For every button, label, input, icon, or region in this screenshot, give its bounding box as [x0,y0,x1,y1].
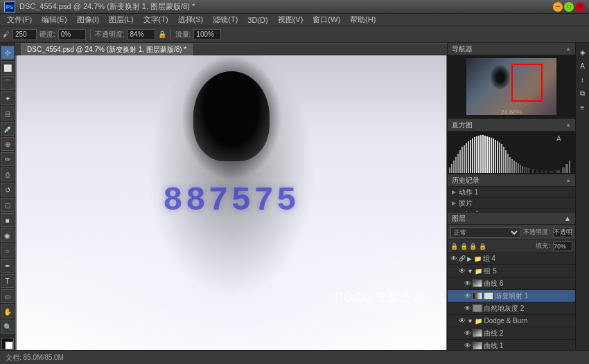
sidebar-icon-5[interactable]: ≡ [577,101,589,113]
maximize-button[interactable]: □ [564,2,574,12]
lasso-tool[interactable]: ⌒ [1,76,15,90]
crop-tool[interactable]: ⌸ [1,107,15,120]
menu-edit[interactable]: 编辑(E) [37,14,71,26]
blur-tool[interactable]: ◉ [1,228,15,242]
menu-layer[interactable]: 图层(L) [105,14,137,26]
svg-rect-23 [497,141,498,173]
hi-arrow-2: ▶ [452,200,456,206]
svg-rect-26 [503,147,504,173]
minimize-button[interactable]: ─ [553,2,563,12]
layer-curve1[interactable]: 👁 曲线 1 [448,340,575,350]
sidebar-icon-2[interactable]: A [577,60,589,72]
layer-gradient1[interactable]: 👁 渐变填射 1 [448,290,575,302]
text-tool[interactable]: T [1,274,15,288]
svg-rect-47 [569,161,570,173]
main-area: ✣ ⬜ ⌒ ✦ ⌸ 💉 ⊕ ✏ ⎙ ↺ ◻ ■ ◉ ○ ✒ T ▭ ✋ 🔍 DS… [0,43,589,350]
history-item-film[interactable]: ▶ 胶片 [448,198,575,209]
heal-tool[interactable]: ⊕ [1,137,15,151]
hand-tool[interactable]: ✋ [1,304,15,318]
ps-logo: Ps [4,1,15,12]
dodge-tool[interactable]: ○ [1,244,15,257]
svg-rect-33 [518,163,519,173]
menu-image[interactable]: 图像(I) [73,14,103,26]
thumb-natural [473,304,482,312]
layer-group4[interactable]: 👁 🔗 ▶ 📁 组 4 [448,253,575,265]
background-color[interactable] [5,341,13,349]
layer-group5[interactable]: 👁 ▼ 📁 组 5 [448,265,575,277]
hi-label-action: 动作 1 [459,188,478,197]
eye-icon-g4: 👁 [450,255,457,262]
sidebar-icon-3[interactable]: ↕ [577,73,589,86]
hardness-input[interactable] [58,29,86,40]
svg-rect-6 [461,147,463,173]
menu-select[interactable]: 选择(S) [174,14,208,26]
menu-help[interactable]: 帮助(H) [346,14,380,26]
clone-tool[interactable]: ⎙ [1,167,15,181]
nav-thumb-image [466,58,556,115]
svg-rect-25 [501,144,502,173]
svg-rect-20 [491,138,492,173]
sidebar-icon-1[interactable]: ◈ [577,46,589,58]
canvas-tab-label[interactable]: DSC_4554.psd @ 24.7% (新变换射 1, 图层蒙版/8) * [21,44,193,55]
close-button[interactable]: ✕ [575,2,585,12]
sidebar-icon-4[interactable]: ⧉ [577,87,589,100]
right-panel: 导航器 ▲ 24.66% 直方图 ▲ [447,43,575,350]
fill-input[interactable] [553,242,572,251]
svg-rect-4 [457,154,459,173]
layer-natural[interactable]: 👁 自然地灰度 2 [448,302,575,315]
poco-url: http://photo.poco.cn/ [335,306,425,313]
pen-tool[interactable]: ✒ [1,259,15,273]
layers-title: 图层 [452,214,466,224]
zoom-tool[interactable]: 🔍 [1,320,15,334]
menu-view[interactable]: 视图(V) [274,14,308,26]
history-collapse[interactable]: ▲ [565,177,571,183]
options-bar: 🖌 硬度: 不透明度: 🔒 流量: [0,26,589,43]
flow-label: 流量: [175,30,191,39]
brush-tool[interactable]: ✏ [1,152,15,166]
menu-type[interactable]: 文字(T) [139,14,173,26]
menu-window[interactable]: 窗口(W) [308,14,344,26]
layer-dodge-burn[interactable]: 👁 ▼ 📁 Dodge & Burn [448,315,575,327]
svg-rect-44 [556,170,560,173]
svg-rect-12 [474,137,475,173]
opacity-input[interactable] [128,29,155,40]
navigator-viewport-box[interactable] [511,64,543,102]
menu-3d[interactable]: 3D(D) [243,15,272,25]
navigator-zoom-percent: 24.66% [501,109,522,116]
layers-toolbar: 正常溶解正片叠底滤色 不透明度: [448,225,575,240]
status-bar: 文档: 85.0M/85.0M [0,350,589,364]
folder-icon-g5: ▼ 📁 [467,268,482,275]
window-controls[interactable]: ─ □ ✕ [553,2,585,12]
canvas-tab: DSC_4554.psd @ 24.7% (新变换射 1, 图层蒙版/8) * [15,43,447,55]
histogram-svg: A [449,133,570,173]
foreground-color[interactable] [1,338,14,350]
thumb-gradient1 [473,292,482,300]
select-tool[interactable]: ⬜ [1,61,15,75]
layer-curve2[interactable]: 👁 曲线 2 [448,327,575,340]
opacity-input-layers[interactable] [553,228,572,237]
eraser-tool[interactable]: ◻ [1,198,15,212]
svg-text:A: A [556,135,561,143]
navigator-collapse[interactable]: ▲ [565,46,571,52]
histogram-collapse[interactable]: ▲ [565,122,571,128]
svg-rect-16 [482,135,484,173]
histogram-chart: A [448,131,575,174]
layers-panel: 图层 ▲ 正常溶解正片叠底滤色 不透明度: 🔒 🔒 🔒 🔒 填充: 👁 🔗 ▶ … [448,212,575,350]
shape-tool[interactable]: ▭ [1,289,15,303]
history-header: 历史记录 ▲ [448,174,575,187]
flow-input[interactable] [193,29,221,40]
brush-size-input[interactable] [12,29,37,40]
layer-curve6[interactable]: 👁 曲线 6 [448,277,575,290]
magic-wand-tool[interactable]: ✦ [1,91,15,105]
eyedropper-tool[interactable]: 💉 [1,122,15,136]
layers-collapse[interactable]: ▲ [564,215,571,222]
move-tool[interactable]: ✣ [1,46,15,60]
canvas-background[interactable]: 887575 POCO 摄影专题 http://photo.poco.cn/ 实… [15,55,447,350]
history-brush-tool[interactable]: ↺ [1,183,15,197]
blend-mode-select[interactable]: 正常溶解正片叠底滤色 [450,227,520,238]
menu-file[interactable]: 文件(F) [3,14,36,26]
watermark-fsbus: 实用摄影技巧 FsBus.CoM [24,338,103,348]
menu-filter[interactable]: 滤镜(T) [209,14,242,26]
gradient-tool[interactable]: ■ [1,213,15,227]
history-item-action[interactable]: ▶ 动作 1 [448,187,575,198]
